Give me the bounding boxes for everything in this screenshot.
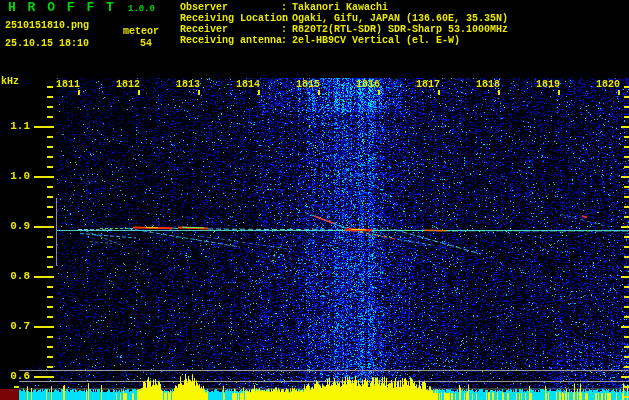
info-label: Receiver	[180, 24, 281, 35]
freq-label-0.8: 0.8	[0, 271, 30, 282]
time-label-1814: 1814	[231, 80, 265, 90]
info-colon: :	[281, 35, 287, 46]
time-label-1816: 1816	[351, 80, 385, 90]
info-row-receiving-antenna: Receiving antenna:2el-HB9CV Vertical (el…	[180, 35, 508, 46]
hrofft-spectrogram-screenshot: H R O F F T 1.0.0 2510151810.png meteor …	[0, 0, 629, 400]
info-value: 2el-HB9CV Vertical (el. E-W)	[292, 35, 460, 46]
freq-label-0.9: 0.9	[0, 221, 30, 232]
spectrogram-canvas	[0, 0, 629, 400]
info-colon: :	[281, 13, 287, 24]
freq-label-0.6: 0.6	[0, 371, 30, 382]
time-label-1819: 1819	[531, 80, 565, 90]
info-label: Receiving antenna	[180, 35, 281, 46]
time-label-1820: 1820	[591, 80, 625, 90]
info-row-observer: Observer:Takanori Kawachi	[180, 2, 508, 13]
freq-label-0.7: 0.7	[0, 321, 30, 332]
timestamp: 25.10.15 18:10	[5, 38, 89, 49]
freq-label-1.1: 1.1	[0, 121, 30, 132]
echo-count: 54	[140, 38, 152, 49]
info-value: Ogaki, Gifu, JAPAN (136.60E, 35.35N)	[292, 13, 508, 24]
time-label-1812: 1812	[111, 80, 145, 90]
time-label-1811: 1811	[51, 80, 85, 90]
observer-info-block: Observer:Takanori KawachiReceiving Locat…	[180, 2, 508, 46]
output-filename: 2510151810.png	[5, 20, 89, 31]
info-colon: :	[281, 24, 287, 35]
app-title: H R O F F T	[8, 2, 116, 13]
time-label-1818: 1818	[471, 80, 505, 90]
time-label-1815: 1815	[291, 80, 325, 90]
info-value: R820T2(RTL-SDR) SDR-Sharp 53.1000MHz	[292, 24, 508, 35]
info-colon: :	[281, 2, 287, 13]
info-value: Takanori Kawachi	[292, 2, 388, 13]
app-version: 1.0.0	[128, 4, 155, 14]
freq-axis-unit: kHz	[1, 77, 19, 87]
info-label: Observer	[180, 2, 281, 13]
mode-label: meteor	[123, 26, 159, 37]
info-label: Receiving Location	[180, 13, 281, 24]
freq-label-1.0: 1.0	[0, 171, 30, 182]
info-row-receiver: Receiver:R820T2(RTL-SDR) SDR-Sharp 53.10…	[180, 24, 508, 35]
time-label-1813: 1813	[171, 80, 205, 90]
time-label-1817: 1817	[411, 80, 445, 90]
info-row-receiving-location: Receiving Location:Ogaki, Gifu, JAPAN (1…	[180, 13, 508, 24]
